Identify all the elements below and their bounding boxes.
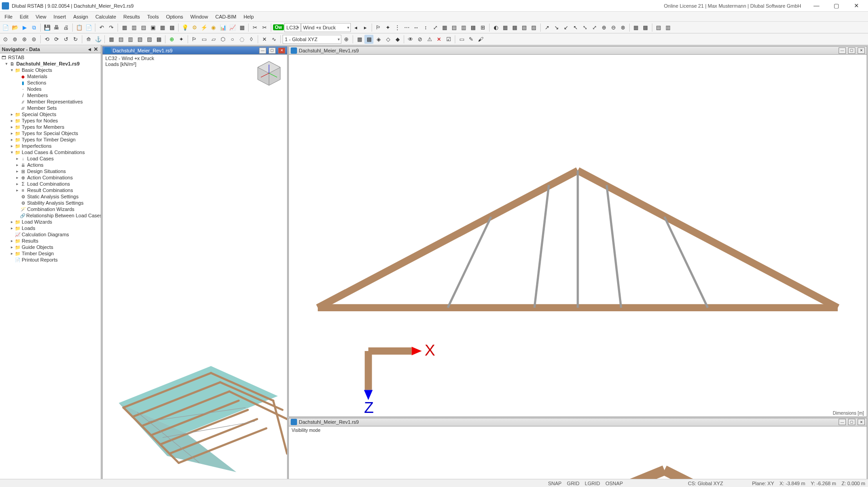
- res22-icon[interactable]: ⤡: [580, 23, 590, 32]
- menu-calculate[interactable]: Calculate: [92, 13, 120, 20]
- status-snap[interactable]: SNAP: [548, 481, 561, 486]
- res16-icon[interactable]: ▧: [520, 23, 529, 32]
- t2-28-icon[interactable]: ⊕: [342, 35, 351, 44]
- t2-1-icon[interactable]: ⊙: [1, 35, 10, 44]
- vp-min-icon[interactable]: ―: [839, 419, 846, 425]
- t2-37-icon[interactable]: ✕: [434, 35, 443, 44]
- light-icon[interactable]: 💡: [180, 23, 189, 32]
- t2-16-icon[interactable]: ▩: [154, 35, 163, 44]
- vp-min-icon[interactable]: ―: [259, 47, 266, 54]
- menu-edit[interactable]: Edit: [16, 13, 32, 20]
- printprev-icon[interactable]: 🖨: [61, 23, 71, 32]
- t2-12-icon[interactable]: ▤: [116, 35, 125, 44]
- res1-icon[interactable]: 🏳: [374, 23, 383, 32]
- t2-39-icon[interactable]: ▭: [457, 35, 466, 44]
- t2-40-icon[interactable]: ✎: [467, 35, 476, 44]
- save2-icon[interactable]: 💾: [42, 23, 52, 32]
- calc5-icon[interactable]: 📈: [228, 23, 237, 32]
- res3-icon[interactable]: ⋮: [393, 23, 402, 32]
- t2-27-icon[interactable]: ∿: [269, 35, 278, 44]
- t2-26-icon[interactable]: ✕: [260, 35, 269, 44]
- res2-icon[interactable]: ✦: [383, 23, 392, 32]
- menu-insert[interactable]: Insert: [50, 13, 70, 20]
- res7-icon[interactable]: ⤢: [431, 23, 440, 32]
- win4-icon[interactable]: ▣: [148, 23, 157, 32]
- res15-icon[interactable]: ▩: [510, 23, 519, 32]
- maximize-button[interactable]: ▢: [826, 0, 846, 12]
- res10-icon[interactable]: ▥: [459, 23, 468, 32]
- t2-34-icon[interactable]: 👁: [406, 35, 415, 44]
- paste-icon[interactable]: 📄: [84, 23, 93, 32]
- t2-36-icon[interactable]: ⚠: [425, 35, 434, 44]
- res28-icon[interactable]: ▩: [641, 23, 650, 32]
- menu-view[interactable]: View: [32, 13, 50, 20]
- viewport-front[interactable]: Dachstuhl_Meier_Rev1.rs9 ― ▢ ✕: [288, 46, 867, 417]
- vp-max-icon[interactable]: ▢: [269, 47, 276, 54]
- viewport-iso[interactable]: Dachstuhl_Meier_Rev1.rs9 ― ▢ ✕ LC32 - Wi…: [102, 46, 288, 479]
- t2-18-icon[interactable]: ✦: [177, 35, 186, 44]
- t2-13-icon[interactable]: ▥: [126, 35, 135, 44]
- status-osnap[interactable]: OSNAP: [605, 481, 623, 486]
- res20-icon[interactable]: ↙: [561, 23, 571, 32]
- win5-icon[interactable]: ▦: [158, 23, 167, 32]
- t2-29-icon[interactable]: ▦: [355, 35, 364, 44]
- vp-close-icon[interactable]: ✕: [278, 47, 285, 54]
- next-lc-icon[interactable]: ▸: [361, 23, 370, 32]
- res11-icon[interactable]: ▩: [469, 23, 478, 32]
- t2-22-icon[interactable]: ⬡: [218, 35, 227, 44]
- menu-results[interactable]: Results: [120, 13, 144, 20]
- prev-lc-icon[interactable]: ◂: [351, 23, 360, 32]
- res27-icon[interactable]: ▦: [632, 23, 641, 32]
- viewport-visibility[interactable]: Dachstuhl_Meier_Rev1.rs9 ― ▢ ✕ Visibilit…: [288, 418, 867, 479]
- res24-icon[interactable]: ⊕: [599, 23, 609, 32]
- res23-icon[interactable]: ⤢: [590, 23, 599, 32]
- menu-tools[interactable]: Tools: [143, 13, 162, 20]
- win1-icon[interactable]: ▦: [120, 23, 129, 32]
- t2-5-icon[interactable]: ⟲: [42, 35, 52, 44]
- t2-8-icon[interactable]: ↻: [71, 35, 80, 44]
- menu-help[interactable]: Help: [240, 13, 258, 20]
- win2-icon[interactable]: ▥: [129, 23, 138, 32]
- res29-icon[interactable]: ▤: [654, 23, 663, 32]
- calc-icon[interactable]: ⚙: [190, 23, 199, 32]
- t2-20-icon[interactable]: ▭: [199, 35, 208, 44]
- new-icon[interactable]: 📄: [1, 23, 10, 32]
- res25-icon[interactable]: ⊖: [609, 23, 618, 32]
- t2-14-icon[interactable]: ▧: [135, 35, 144, 44]
- t2-33-icon[interactable]: ◆: [393, 35, 402, 44]
- res21-icon[interactable]: ↖: [571, 23, 580, 32]
- saveall-icon[interactable]: ⧉: [29, 23, 38, 32]
- calc6-icon[interactable]: ▦: [237, 23, 246, 32]
- t2-35-icon[interactable]: ⊘: [415, 35, 425, 44]
- res5-icon[interactable]: ↔: [412, 23, 421, 32]
- t2-11-icon[interactable]: ▦: [107, 35, 116, 44]
- t2-24-icon[interactable]: ◌: [237, 35, 246, 44]
- view-cube[interactable]: [255, 59, 283, 86]
- status-grid[interactable]: GRID: [567, 481, 580, 486]
- res4-icon[interactable]: ⋯: [402, 23, 411, 32]
- t2-32-icon[interactable]: ◇: [383, 35, 392, 44]
- nav-pin-icon[interactable]: ◂: [86, 46, 93, 52]
- t2-10-icon[interactable]: ⚓: [94, 35, 103, 44]
- res12-icon[interactable]: ⊞: [478, 23, 487, 32]
- t2-19-icon[interactable]: 🏳: [190, 35, 199, 44]
- vp-max-icon[interactable]: ▢: [848, 47, 855, 54]
- t2-38-icon[interactable]: ☑: [444, 35, 453, 44]
- t2-15-icon[interactable]: ▨: [145, 35, 154, 44]
- res26-icon[interactable]: ⊗: [618, 23, 627, 32]
- t2-4-icon[interactable]: ⊜: [29, 35, 38, 44]
- t2-9-icon[interactable]: ⟰: [84, 35, 93, 44]
- res19-icon[interactable]: ↘: [552, 23, 561, 32]
- res9-icon[interactable]: ▤: [450, 23, 459, 32]
- res17-icon[interactable]: ▨: [529, 23, 538, 32]
- lc-desc-dropdown[interactable]: Wind +x Druck: [301, 23, 351, 32]
- save-icon[interactable]: ▶: [20, 23, 29, 32]
- t2-7-icon[interactable]: ↺: [61, 35, 71, 44]
- status-lgrid[interactable]: LGRID: [585, 481, 600, 486]
- t2-2-icon[interactable]: ⊚: [10, 35, 19, 44]
- t2-23-icon[interactable]: ○: [228, 35, 237, 44]
- menu-options[interactable]: Options: [162, 13, 187, 20]
- t2-6-icon[interactable]: ⟳: [52, 35, 61, 44]
- lc-number-dropdown[interactable]: LC32: [284, 23, 301, 32]
- menu-assign[interactable]: Assign: [70, 13, 92, 20]
